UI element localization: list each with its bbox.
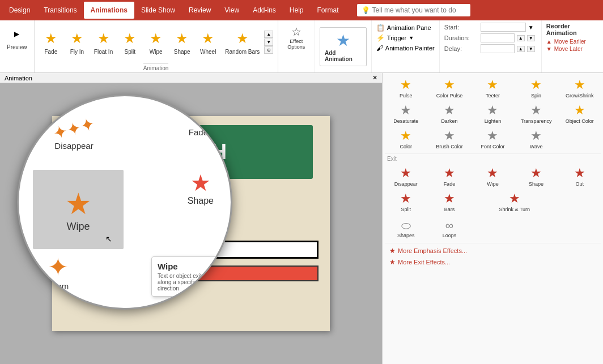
panel-out[interactable]: ★ Out — [558, 164, 601, 189]
move-earlier-icon: ▲ — [546, 38, 552, 45]
panel-shape[interactable]: ★ Shape — [515, 164, 558, 189]
panel-brushcolor[interactable]: ★ Brush Color — [428, 126, 471, 152]
growshrink-name: Grow/Shrink — [566, 93, 594, 99]
panel-fade[interactable]: ★ Fade — [428, 164, 471, 189]
panel-wave[interactable]: ★ Wave — [515, 126, 558, 152]
panel-transparency[interactable]: ★ Transparency — [515, 101, 558, 126]
panel-spin[interactable]: ★ Spin — [515, 75, 558, 101]
start-input[interactable] — [481, 23, 526, 32]
duration-input[interactable] — [481, 33, 515, 42]
ribbon-group-trigger: 📋 Animation Pane ⚡ Trigger ▼ 🖌 Animation… — [372, 20, 440, 72]
fade-item[interactable]: Fade — [189, 127, 208, 137]
panel-loops[interactable]: ∞ Loops — [428, 217, 471, 241]
anim-wipe[interactable]: ★ Wipe — [143, 27, 168, 57]
search-input[interactable] — [372, 6, 466, 14]
add-animation-icon: ★ — [336, 31, 350, 50]
duration-label: Duration: — [444, 35, 478, 41]
emphasis-row2: ★ Desaturate ★ Darken ★ Lighten ★ Transp… — [385, 101, 601, 126]
move-later-label: Move Later — [554, 46, 583, 52]
tab-format[interactable]: Format — [311, 2, 346, 19]
panel-desaturate[interactable]: ★ Desaturate — [385, 101, 427, 126]
anim-randombars[interactable]: ★ Random Bars — [222, 27, 263, 57]
disappear-star: ✦✦✦ — [51, 114, 97, 144]
shape-item[interactable]: ★ Shape — [188, 170, 214, 206]
disappear-item[interactable]: ✦✦✦ Disappear — [53, 119, 95, 151]
start-row: Start: ▼ — [444, 23, 537, 32]
animation-painter-button[interactable]: 🖌 Animation Painter — [375, 43, 436, 53]
tab-addins[interactable]: Add-ins — [246, 2, 283, 19]
more-emphasis-button[interactable]: ★ More Emphasis Effects... — [385, 245, 601, 256]
anim-shape[interactable]: ★ Shape — [169, 27, 194, 57]
anim-fade[interactable]: ★ Fade — [39, 27, 63, 57]
shape-name-panel: Shape — [529, 181, 543, 187]
duration-up[interactable]: ▲ — [517, 35, 525, 41]
delay-up[interactable]: ▲ — [517, 46, 525, 52]
preview-button[interactable]: ▶ Preview — [3, 23, 31, 53]
duration-down[interactable]: ▼ — [527, 35, 535, 41]
wheel-icon: ★ — [199, 29, 217, 48]
main-area: Animation ✕ CÂU H ⏰ THỜ — [0, 73, 603, 364]
panel-bars[interactable]: ★ Bars — [428, 189, 471, 215]
motion-row: ⬭ Shapes ∞ Loops — [385, 217, 601, 241]
anim-wheel[interactable]: ★ Wheel — [196, 27, 220, 57]
animation-bar-label: Animation — [5, 75, 32, 82]
anim-flyin[interactable]: ★ Fly In — [65, 27, 90, 57]
trigger-button[interactable]: ⚡ Trigger ▼ — [375, 33, 436, 43]
shapes-icon: ⬭ — [401, 219, 411, 232]
panel-disappear[interactable]: ★ Disappear — [385, 164, 427, 189]
bars-name: Bars — [444, 207, 455, 212]
wipe-selected-box[interactable]: ★ Wipe ↖ — [33, 170, 124, 249]
panel-colorpulse[interactable]: ★ Color Pulse — [428, 75, 471, 101]
panel-objectcolor[interactable]: ★ Object Color — [558, 101, 601, 126]
split-icon: ★ — [121, 29, 139, 48]
animations-row: ★ Fade ★ Fly In ★ Float In ★ Split ★ W — [39, 22, 273, 62]
zoom-item[interactable]: ✦ Zoom — [47, 252, 69, 291]
scroll-more-button[interactable]: ⊕ — [264, 46, 273, 54]
more-exit-button[interactable]: ★ More Exit Effects... — [385, 256, 601, 268]
colorpulse-star: ★ — [444, 78, 455, 92]
delay-input[interactable] — [481, 44, 515, 53]
fade-label: Fade — [189, 127, 208, 137]
panel-growshrink[interactable]: ★ Grow/Shrink — [558, 75, 601, 101]
move-earlier-button[interactable]: ▲ Move Earlier — [546, 38, 598, 45]
panel-fontcolor[interactable]: ★ Font Color — [472, 126, 514, 152]
animation-pane-button[interactable]: 📋 Animation Pane — [375, 23, 436, 33]
search-box[interactable]: 💡 — [357, 4, 470, 16]
teeter-star: ★ — [487, 78, 498, 92]
panel-lighten[interactable]: ★ Lighten — [472, 101, 514, 126]
shape-star-panel: ★ — [530, 166, 542, 181]
anim-floatin[interactable]: ★ Float In — [91, 27, 116, 57]
panel-color[interactable]: ★ Color — [385, 126, 427, 152]
anim-split[interactable]: ★ Split — [117, 27, 142, 57]
out-star: ★ — [574, 166, 585, 181]
tab-view[interactable]: View — [218, 2, 246, 19]
more-exit-label: More Exit Effects... — [398, 259, 450, 265]
disappear-star-panel: ★ — [400, 166, 411, 181]
panel-darken[interactable]: ★ Darken — [428, 101, 471, 126]
emphasis-row3: ★ Color ★ Brush Color ★ Font Color ★ Wav… — [385, 126, 601, 152]
ribbon-tab-bar: Design Transitions Animations Slide Show… — [0, 0, 603, 20]
scroll-up-button[interactable]: ▲ — [264, 31, 273, 38]
tab-transitions[interactable]: Transitions — [37, 2, 83, 19]
move-later-button[interactable]: ▼ Move Later — [546, 46, 598, 52]
tab-animations[interactable]: Animations — [84, 2, 134, 19]
animation-bar-close[interactable]: ✕ — [372, 74, 377, 82]
delay-row: Delay: ▲ ▼ — [444, 44, 537, 53]
effect-options-button[interactable]: ☆ Effect Options — [282, 23, 311, 52]
panel-wipe[interactable]: ★ Wipe — [472, 164, 514, 189]
scroll-down-button[interactable]: ▼ — [264, 38, 273, 46]
panel-teeter[interactable]: ★ Teeter — [472, 75, 514, 101]
panel-shrinkturn[interactable]: ★ Shrink & Turn — [472, 189, 557, 215]
ribbon-group-reorder: Reorder Animation ▲ Move Earlier ▼ Move … — [542, 20, 603, 72]
flyin-icon: ★ — [68, 29, 86, 48]
panel-shapes[interactable]: ⬭ Shapes — [385, 217, 427, 241]
delay-down[interactable]: ▼ — [527, 46, 535, 52]
panel-pulse[interactable]: ★ Pulse — [385, 75, 427, 101]
tab-help[interactable]: Help — [283, 2, 311, 19]
tab-design[interactable]: Design — [2, 2, 37, 19]
desaturate-name: Desaturate — [393, 118, 418, 124]
tab-review[interactable]: Review — [182, 2, 218, 19]
add-animation-button[interactable]: ★ Add Animation — [320, 27, 367, 66]
panel-split[interactable]: ★ Split — [385, 189, 427, 215]
tab-slideshow[interactable]: Slide Show — [134, 2, 182, 19]
